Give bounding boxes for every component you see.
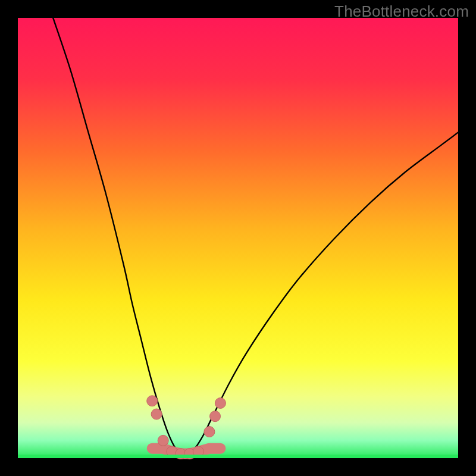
plot-area (18, 18, 458, 458)
marker-dot (147, 396, 158, 406)
marker-dot (215, 398, 226, 409)
bottleneck-curve (53, 18, 458, 454)
marker-dot (158, 435, 168, 446)
curve-layer (18, 18, 458, 458)
green-baseline (18, 455, 458, 458)
chart-frame: TheBottleneck.com (0, 0, 476, 476)
marker-dot (210, 411, 221, 422)
marker-dot (204, 427, 215, 437)
marker-dot (151, 409, 162, 419)
